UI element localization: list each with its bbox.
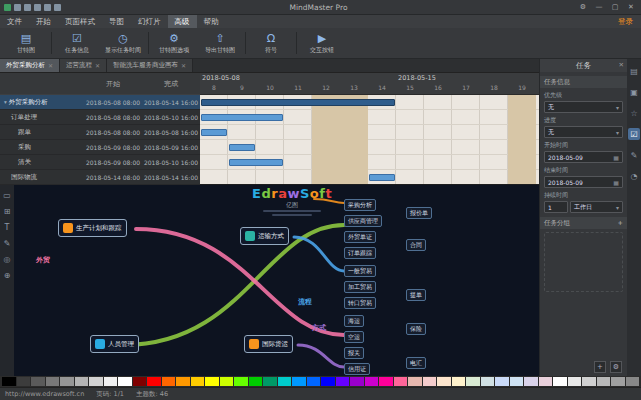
palette-swatch-22[interactable] [321,377,335,386]
palette-swatch-1[interactable] [17,377,31,386]
status-url[interactable]: http://www.edrawsoft.cn [5,390,84,398]
gantt-row-2[interactable]: 跟单2018-05-08 08:002018-05-08 16:00 [0,125,200,140]
mindmap-node-13[interactable]: 提单 [406,289,426,301]
settings-icon[interactable]: ⚙ [576,1,590,13]
palette-swatch-42[interactable] [611,377,625,386]
gantt-bar-4[interactable] [229,159,283,166]
palette-swatch-10[interactable] [147,377,161,386]
palette-swatch-23[interactable] [336,377,350,386]
maximize-icon[interactable]: ▢ [608,1,622,13]
task-group-list[interactable] [544,232,623,292]
menu-item-3[interactable]: 导图 [102,15,131,28]
gantt-timeline[interactable]: 2018-05-082018-05-1589101112131415161718… [200,73,539,184]
task-panel-icon[interactable]: ☑ [628,128,640,140]
palette-swatch-29[interactable] [423,377,437,386]
mindmap-node-10[interactable]: 信用证 [344,363,370,375]
palette-swatch-32[interactable] [466,377,480,386]
gantt-row-4[interactable]: 清关2018-05-09 08:002018-05-10 16:00 [0,155,200,170]
gantt-row-0[interactable]: ▾外贸采购分析2018-05-08 08:002018-05-14 16:00 [0,95,200,110]
redo-icon[interactable] [34,4,41,11]
palette-swatch-9[interactable] [133,377,147,386]
palette-swatch-24[interactable] [350,377,364,386]
mindmap-topic-2[interactable]: 运输方式 [240,227,289,245]
palette-swatch-18[interactable] [263,377,277,386]
focus-tool-icon[interactable]: ◎ [4,255,11,264]
gantt-bar-1[interactable] [201,114,283,121]
palette-swatch-5[interactable] [75,377,89,386]
palette-swatch-13[interactable] [191,377,205,386]
gantt-row-5[interactable]: 国际物流2018-05-14 08:002018-05-14 16:00 [0,170,200,185]
menu-item-6[interactable]: 帮助 [197,15,226,28]
document-tab-1[interactable]: 运营流程✕ [60,59,107,72]
palette-swatch-21[interactable] [307,377,321,386]
ribbon-button-1[interactable]: ☑任务信息 [54,29,100,57]
palette-swatch-6[interactable] [89,377,103,386]
mindmap-node-1[interactable]: 供应商管理 [344,215,382,227]
gantt-row-3[interactable]: 采购2018-05-09 08:002018-05-09 16:00 [0,140,200,155]
print-icon[interactable] [44,4,51,11]
undo-icon[interactable] [24,4,31,11]
palette-swatch-12[interactable] [176,377,190,386]
zoom-tool-icon[interactable]: ⊕ [4,271,11,280]
mindmap-node-15[interactable]: 电汇 [406,357,426,369]
central-logo-node[interactable]: EdrawSoft亿图 [252,187,332,216]
palette-swatch-8[interactable] [118,377,132,386]
pen-tool-icon[interactable]: ✎ [4,239,11,248]
gantt-bar-2[interactable] [201,129,227,136]
app-logo-icon[interactable] [4,4,11,11]
login-button[interactable]: 登录 [610,15,641,28]
palette-swatch-33[interactable] [481,377,495,386]
mindmap-node-3[interactable]: 订单跟踪 [344,247,376,259]
mindmap-topic-0[interactable]: 生产计划和跟踪 [58,219,127,237]
task-settings-button[interactable]: ⚙ [610,361,622,373]
clipart-panel-icon[interactable]: ▣ [628,86,640,98]
palette-swatch-15[interactable] [220,377,234,386]
mindmap-node-2[interactable]: 外贸单证 [344,231,376,243]
outline-panel-icon[interactable]: ▤ [628,65,640,77]
mindmap-node-12[interactable]: 合同 [406,239,426,251]
gantt-bar-3[interactable] [229,144,255,151]
ribbon-button-0[interactable]: ▤甘特图 [3,29,49,57]
mindmap-canvas[interactable]: ▭⊞T✎◎⊕ 生产计划和跟踪人员管理运输方式国际货运采购分析供应商管理外贸单证订… [0,185,539,376]
mindmap-topic-3[interactable]: 国际货运 [244,335,293,353]
text-tool-icon[interactable]: T [5,223,10,232]
palette-swatch-31[interactable] [452,377,466,386]
palette-swatch-41[interactable] [597,377,611,386]
palette-swatch-35[interactable] [510,377,524,386]
history-panel-icon[interactable]: ◔ [628,170,640,182]
palette-swatch-7[interactable] [104,377,118,386]
add-group-icon[interactable]: + [618,217,623,229]
tab-close-icon-2[interactable]: ✕ [181,62,186,69]
palette-swatch-36[interactable] [524,377,538,386]
mindmap-surface[interactable]: 生产计划和跟踪人员管理运输方式国际货运采购分析供应商管理外贸单证订单跟踪一般贸易… [14,185,539,376]
expand-arrow-icon[interactable]: ▾ [4,99,7,105]
palette-swatch-37[interactable] [539,377,553,386]
palette-swatch-16[interactable] [234,377,248,386]
drag-tool-icon[interactable]: ⊞ [4,207,11,216]
mindmap-branch-label-0[interactable]: 外贸 [36,255,50,265]
mindmap-topic-1[interactable]: 人员管理 [90,335,139,353]
palette-swatch-28[interactable] [408,377,422,386]
palette-swatch-17[interactable] [249,377,263,386]
task-field-value-2[interactable]: 2018-05-09▦ [544,151,623,163]
mindmap-node-5[interactable]: 加工贸易 [344,281,376,293]
gantt-bar-0[interactable] [201,99,395,106]
palette-swatch-26[interactable] [379,377,393,386]
mindmap-node-9[interactable]: 报关 [344,347,364,359]
task-field-value-3[interactable]: 2018-05-09▦ [544,176,623,188]
ribbon-button-2[interactable]: ◷显示任务时间 [100,29,146,57]
palette-swatch-11[interactable] [162,377,176,386]
mindmap-node-7[interactable]: 海运 [344,315,364,327]
task-field-value-4[interactable]: 1 [544,201,568,213]
mindmap-branch-label-1[interactable]: 流程 [298,297,312,307]
mindmap-branch-label-2[interactable]: 方式 [312,323,326,333]
minimize-icon[interactable]: — [592,1,606,13]
palette-swatch-25[interactable] [365,377,379,386]
mindmap-node-6[interactable]: 转口贸易 [344,297,376,309]
menu-item-4[interactable]: 幻灯片 [131,15,168,28]
gantt-finish-column-header[interactable]: 完成 [142,73,200,94]
add-task-group-button[interactable]: + [594,361,606,373]
task-field-unit-4[interactable]: 工作日▾ [570,201,623,213]
mindmap-node-0[interactable]: 采购分析 [344,199,376,211]
mindmap-node-11[interactable]: 报价单 [406,207,432,219]
